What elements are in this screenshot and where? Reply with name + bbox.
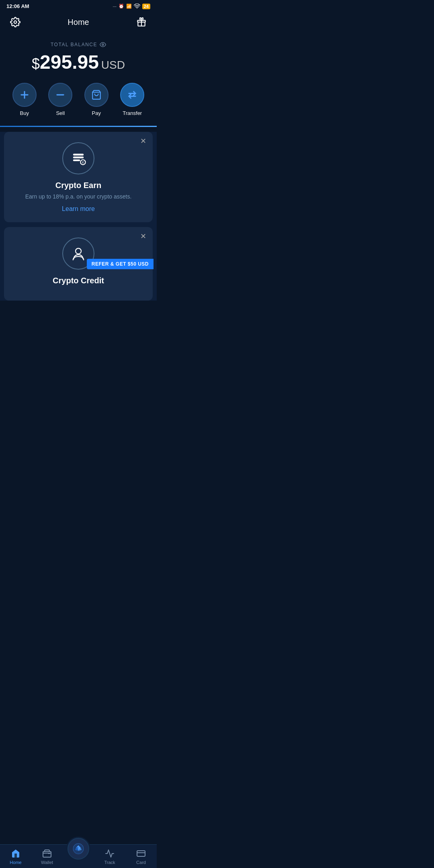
svg-rect-11 <box>73 154 84 156</box>
signal-icon: 📶 <box>126 4 132 9</box>
currency-code: USD <box>101 59 125 71</box>
currency-symbol: $ <box>32 55 40 72</box>
dots-icon: ··· <box>113 4 117 9</box>
wifi-icon <box>134 4 140 9</box>
battery-level: 24 <box>142 4 150 9</box>
balance-label: TOTAL BALANCE <box>8 41 149 48</box>
transfer-button[interactable]: Transfer <box>120 83 144 116</box>
crypto-credit-title: Crypto Credit <box>11 276 145 285</box>
section-divider <box>0 126 157 127</box>
svg-point-0 <box>137 8 137 8</box>
svg-point-4 <box>102 44 104 45</box>
sell-label: Sell <box>56 110 65 116</box>
pay-icon-circle <box>84 83 108 107</box>
svg-rect-13 <box>73 160 80 161</box>
app-header: Home <box>0 11 157 33</box>
pay-button[interactable]: Pay <box>84 83 108 116</box>
buy-label: Buy <box>20 110 29 116</box>
promo-cards-container: ✕ ¢ Crypto Earn Earn up to 18% p.a. on y… <box>0 132 157 301</box>
transfer-icon-circle <box>120 83 144 107</box>
crypto-earn-title: Crypto Earn <box>11 181 145 190</box>
eye-icon[interactable] <box>100 41 106 48</box>
status-time: 12:06 AM <box>6 3 29 9</box>
svg-point-1 <box>14 21 17 24</box>
crypto-credit-card: ✕ Crypto Credit REFER & GET $50 USD <box>4 227 153 301</box>
page-title: Home <box>68 18 89 27</box>
crypto-earn-close-button[interactable]: ✕ <box>140 137 146 145</box>
balance-amount: $295.95USD <box>8 51 149 73</box>
gift-button[interactable] <box>134 15 149 29</box>
gear-icon <box>10 17 20 27</box>
buy-button[interactable]: Buy <box>12 83 37 116</box>
sell-button[interactable]: Sell <box>48 83 72 116</box>
alarm-icon: ⏰ <box>119 4 124 9</box>
sell-icon-circle <box>48 83 72 107</box>
status-icons: ··· ⏰ 📶 24 <box>113 4 150 9</box>
settings-button[interactable] <box>8 15 23 29</box>
svg-text:¢: ¢ <box>82 160 84 164</box>
crypto-earn-icon-wrap: ¢ <box>11 142 145 174</box>
balance-section: TOTAL BALANCE $295.95USD <box>0 33 157 83</box>
crypto-earn-learn-more[interactable]: Learn more <box>11 205 145 213</box>
transfer-label: Transfer <box>123 110 142 116</box>
status-bar: 12:06 AM ··· ⏰ 📶 24 <box>0 0 157 11</box>
refer-badge[interactable]: REFER & GET $50 USD <box>87 259 154 269</box>
svg-point-16 <box>76 248 81 254</box>
action-buttons: Buy Sell Pay <box>0 83 157 126</box>
crypto-earn-card: ✕ ¢ Crypto Earn Earn up to 18% p.a. on y… <box>4 132 153 222</box>
crypto-credit-close-button[interactable]: ✕ <box>140 233 146 240</box>
crypto-earn-icon: ¢ <box>62 142 94 174</box>
pay-label: Pay <box>92 110 101 116</box>
buy-icon-circle <box>12 83 37 107</box>
crypto-earn-description: Earn up to 18% p.a. on your crypto asset… <box>11 193 145 200</box>
svg-rect-12 <box>73 157 84 158</box>
gift-icon <box>136 17 147 27</box>
